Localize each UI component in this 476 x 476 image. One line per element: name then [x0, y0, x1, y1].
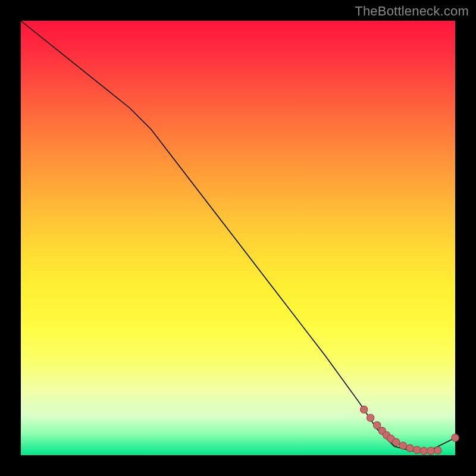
marker-point [406, 444, 414, 452]
marker-point [393, 439, 400, 446]
marker-point [373, 421, 380, 428]
chart-stage: TheBottleneck.com [0, 0, 476, 476]
marker-group [360, 406, 459, 455]
watermark-label: TheBottleneck.com [355, 4, 469, 19]
marker-point [420, 447, 427, 454]
marker-point [360, 406, 367, 413]
marker-point [367, 414, 374, 421]
marker-point [414, 446, 421, 453]
marker-point [452, 434, 459, 441]
curve-line [21, 21, 455, 451]
marker-point [399, 442, 406, 449]
marker-point [427, 447, 434, 454]
marker-point [434, 447, 441, 454]
chart-overlay [21, 21, 455, 455]
